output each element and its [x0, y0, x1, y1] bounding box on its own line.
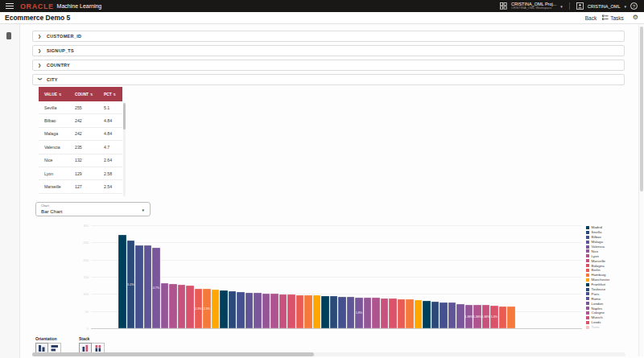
section-country[interactable]: ❯ COUNTRY: [32, 60, 625, 71]
workspace-selector[interactable]: CRISTINA_OML: [588, 4, 621, 9]
bar[interactable]: [229, 291, 237, 328]
bar[interactable]: [330, 296, 338, 328]
bar[interactable]: 2.3%: [203, 289, 211, 328]
legend-swatch-icon: [586, 241, 589, 244]
bar[interactable]: [270, 294, 279, 328]
bar[interactable]: [440, 302, 448, 328]
bar[interactable]: [178, 285, 186, 328]
bar[interactable]: [169, 284, 177, 328]
legend-swatch-icon: [586, 264, 589, 267]
orientation-label: Orientation: [35, 336, 61, 341]
bar[interactable]: 1.3%: [490, 306, 498, 328]
bar[interactable]: [279, 294, 287, 328]
chevron-right-icon: ❯: [38, 48, 43, 53]
bar[interactable]: [135, 245, 143, 328]
bar[interactable]: [364, 298, 372, 328]
table-cell: 242: [69, 131, 98, 136]
table-row[interactable]: Lyon1292.58: [39, 167, 122, 180]
horizontal-scrollbar-thumb[interactable]: [32, 352, 314, 356]
table-scrollbar[interactable]: [123, 102, 126, 196]
bar[interactable]: [423, 301, 431, 328]
sort-icon[interactable]: ⇅: [90, 93, 93, 97]
table-scrollbar-thumb[interactable]: [123, 103, 126, 130]
table-row[interactable]: Nice1322.64: [39, 154, 122, 167]
column-header[interactable]: COUNT⇅: [69, 93, 98, 97]
bar[interactable]: [347, 297, 355, 328]
table-row[interactable]: Bilbao2424.84: [39, 114, 122, 127]
bar[interactable]: [431, 302, 440, 328]
vertical-scrollbar[interactable]: [638, 25, 643, 356]
table-row[interactable]: Valencia2354.7: [39, 141, 122, 154]
legend-swatch-icon: [586, 269, 589, 272]
bar[interactable]: 1.38%: [465, 305, 473, 328]
bar[interactable]: [381, 298, 389, 328]
city-table-body: Sevilla2555.1Bilbao2424.84Malaga2424.84V…: [39, 101, 122, 198]
sort-icon[interactable]: ⇅: [114, 93, 116, 97]
tasks-button[interactable]: Tasks: [602, 14, 624, 21]
project-caret-icon[interactable]: ▾: [560, 4, 563, 9]
legend-label: Malaga: [592, 240, 603, 244]
bar[interactable]: [254, 293, 262, 328]
bar[interactable]: [338, 297, 346, 328]
column-header[interactable]: PCT⇅: [98, 93, 122, 97]
bar[interactable]: [262, 294, 270, 328]
bar[interactable]: [448, 302, 456, 328]
bar[interactable]: [415, 300, 423, 328]
bar[interactable]: 1.38%: [473, 305, 481, 328]
legend-swatch-icon: [586, 283, 589, 286]
project-selector[interactable]: CRISTINA_OML Proj... CRISTINA_OML Worksp…: [511, 2, 556, 10]
bar[interactable]: [507, 307, 515, 328]
bar[interactable]: 1.8%: [355, 298, 363, 328]
bar[interactable]: [237, 292, 245, 328]
bar[interactable]: [456, 304, 464, 328]
section-label: COUNTRY: [47, 63, 70, 68]
vertical-scrollbar-thumb[interactable]: [640, 27, 643, 191]
chart-legend: MadridSevillaBilbaoMalagaValenciaNiceLyo…: [586, 225, 609, 330]
table-row[interactable]: Bologna1252.5: [39, 194, 122, 198]
bar[interactable]: [220, 290, 228, 328]
sort-icon[interactable]: ⇅: [59, 93, 61, 97]
column-header[interactable]: VALUE⇅: [39, 93, 69, 97]
bar[interactable]: 5.1%: [127, 241, 135, 328]
bar[interactable]: [321, 296, 329, 328]
bar[interactable]: [406, 299, 414, 328]
table-row[interactable]: Marseille1272.54: [39, 180, 122, 193]
bar[interactable]: 4.7%: [152, 248, 160, 328]
section-signup-ts[interactable]: ❯ SIGNUP_TS: [32, 45, 625, 56]
bar[interactable]: [313, 295, 321, 328]
settings-gear-icon[interactable]: ⚙: [633, 14, 638, 21]
bar[interactable]: [389, 298, 397, 328]
bar[interactable]: [499, 307, 507, 328]
tasks-label: Tasks: [610, 15, 624, 21]
bar[interactable]: [287, 294, 295, 328]
bar[interactable]: [161, 283, 169, 328]
legend-swatch-icon: [586, 288, 589, 291]
bar[interactable]: [304, 295, 312, 328]
table-cell: 127: [69, 184, 98, 189]
legend-item[interactable]: Turin: [586, 325, 609, 330]
legend-swatch-icon: [586, 274, 589, 277]
bar[interactable]: [372, 298, 380, 328]
section-city[interactable]: ❯ CITY: [32, 74, 625, 85]
bar[interactable]: [144, 245, 152, 328]
bar[interactable]: 2.3%: [195, 289, 203, 328]
workspace-caret-icon[interactable]: ▾: [624, 4, 626, 9]
bar[interactable]: 1.38%: [482, 305, 490, 328]
table-row[interactable]: Sevilla2555.1: [39, 101, 122, 114]
bar[interactable]: [118, 235, 126, 328]
section-customer-id[interactable]: ❯ CUSTOMER_ID: [32, 31, 625, 42]
legend-swatch-icon: [586, 307, 589, 310]
table-cell: Nice: [39, 158, 69, 163]
help-icon[interactable]: ?: [630, 2, 638, 10]
bar[interactable]: [186, 286, 194, 328]
bar[interactable]: [398, 299, 406, 328]
bar[interactable]: [212, 290, 220, 328]
bar[interactable]: [246, 293, 254, 328]
horizontal-scrollbar[interactable]: [32, 352, 625, 356]
paragraph-marker[interactable]: [6, 32, 11, 39]
menu-icon[interactable]: [6, 3, 14, 9]
table-row[interactable]: Malaga2424.84: [39, 128, 122, 141]
bar[interactable]: [296, 295, 304, 328]
chart-type-select[interactable]: Chart Bar Chart ▾: [35, 202, 151, 216]
back-button[interactable]: Back: [585, 15, 597, 21]
